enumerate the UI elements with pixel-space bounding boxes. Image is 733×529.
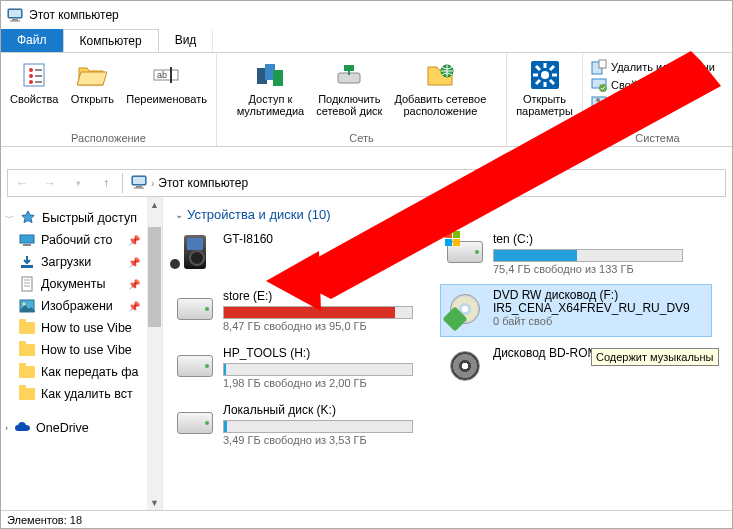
drive-item[interactable]: store (E:) 8,47 ГБ свободно из 95,0 ГБ (171, 285, 441, 336)
svg-rect-31 (134, 187, 144, 188)
folder-icon (19, 320, 35, 336)
svg-rect-35 (22, 277, 32, 291)
sidebar-item-documents[interactable]: Документы📌 (1, 273, 162, 295)
tooltip: Содержит музыкальны (591, 348, 719, 366)
svg-point-7 (29, 80, 33, 84)
sidebar-item-downloads[interactable]: Загрузки📌 (1, 251, 162, 273)
nav-recent-button[interactable]: ▾ (66, 171, 90, 195)
tab-computer[interactable]: Компьютер (63, 29, 159, 52)
desktop-icon (19, 232, 35, 248)
sidebar-item-folder[interactable]: How to use Vibe (1, 317, 162, 339)
address-bar[interactable]: ← → ▾ ↑ › Этот компьютер (7, 169, 726, 197)
svg-rect-23 (599, 60, 606, 68)
svg-rect-18 (344, 65, 354, 71)
sidebar-item-folder[interactable]: Как удалить вст (1, 383, 162, 405)
pictures-icon (19, 298, 35, 314)
open-settings-button[interactable]: Открыть параметры (510, 55, 579, 119)
dvd-drive-icon (445, 289, 485, 329)
drive-icon (175, 403, 215, 443)
settings-icon (529, 59, 561, 91)
svg-rect-16 (273, 70, 283, 86)
group-location-label: Расположение (71, 132, 146, 146)
tab-view[interactable]: Вид (159, 29, 214, 52)
svg-point-25 (599, 84, 607, 92)
ribbon: Свойства Открыть ab Переименовать Распол… (1, 53, 732, 147)
properties-icon (18, 59, 50, 91)
drive-icon (445, 232, 485, 272)
nav-forward-button[interactable]: → (38, 171, 62, 195)
onedrive-icon (14, 420, 30, 436)
drive-item[interactable]: GT-I8160 (171, 228, 441, 279)
sidebar-quick-access[interactable]: ﹀ Быстрый доступ (1, 207, 162, 229)
svg-rect-34 (21, 265, 33, 268)
status-bar: Элементов: 18 (1, 510, 732, 528)
usage-bar (493, 249, 683, 262)
map-drive-icon (333, 59, 365, 91)
manage-icon (591, 95, 607, 111)
properties-button[interactable]: Свойства (4, 55, 64, 107)
media-access-button[interactable]: Доступ к мультимедиа (231, 55, 311, 119)
svg-rect-29 (133, 177, 145, 184)
sidebar-item-folder[interactable]: How to use Vibe (1, 339, 162, 361)
this-pc-icon (7, 7, 23, 23)
netloc-icon (424, 59, 456, 91)
folder-icon (19, 342, 35, 358)
manage-button[interactable]: Управление (591, 95, 715, 111)
sysprops-button[interactable]: Свойства системы (591, 77, 715, 93)
scroll-down-icon[interactable]: ▼ (147, 495, 162, 510)
documents-icon (19, 276, 35, 292)
group-system-label: Система (635, 132, 679, 146)
drive-item[interactable]: Локальный диск (K:) 3,49 ГБ свободно из … (171, 399, 441, 450)
pin-icon: 📌 (128, 235, 140, 246)
nav-back-button[interactable]: ← (10, 171, 34, 195)
bd-drive-icon (445, 346, 485, 386)
uninstall-button[interactable]: Удалить или измени (591, 59, 715, 75)
svg-rect-1 (9, 10, 21, 17)
ribbon-tabs: Файл Компьютер Вид (1, 29, 732, 53)
svg-point-27 (596, 98, 600, 102)
downloads-icon (19, 254, 35, 270)
rename-button[interactable]: ab Переименовать (120, 55, 213, 107)
sidebar: ﹀ Быстрый доступ Рабочий сто📌 Загрузки📌 … (1, 197, 163, 510)
item-count: Элементов: 18 (7, 514, 82, 526)
nav-up-button[interactable]: ↑ (94, 171, 118, 195)
sidebar-item-folder[interactable]: Как передать фа (1, 361, 162, 383)
svg-rect-2 (12, 19, 18, 21)
drive-icon (175, 346, 215, 386)
window-title: Этот компьютер (29, 8, 119, 22)
devices-section-header[interactable]: ⌄ Устройства и диски (10) (171, 205, 728, 228)
add-netloc-button[interactable]: Добавить сетевое расположение (388, 55, 492, 119)
svg-point-5 (29, 68, 33, 72)
breadcrumb[interactable]: › Этот компьютер (125, 174, 248, 193)
svg-rect-8 (35, 69, 42, 71)
sysprops-icon (591, 77, 607, 93)
usage-bar (223, 306, 413, 319)
map-drive-button[interactable]: Подключить сетевой диск (310, 55, 388, 119)
drive-item[interactable]: HP_TOOLS (H:) 1,98 ГБ свободно из 2,00 Г… (171, 342, 441, 393)
drive-item[interactable]: DVD RW дисковод (F:) IR5_CENA_X64FREV_RU… (441, 285, 711, 336)
usage-bar (223, 363, 413, 376)
drive-item[interactable]: ten (C:) 75,4 ГБ свободно из 133 ГБ (441, 228, 711, 279)
svg-rect-10 (35, 81, 42, 83)
drive-icon (175, 289, 215, 329)
scroll-up-icon[interactable]: ▲ (147, 197, 162, 212)
open-button[interactable]: Открыть (64, 55, 120, 107)
svg-rect-32 (20, 235, 34, 243)
media-icon (254, 59, 286, 91)
this-pc-icon (131, 174, 147, 193)
sidebar-item-pictures[interactable]: Изображени📌 (1, 295, 162, 317)
folder-icon (19, 364, 35, 380)
open-icon (76, 59, 108, 91)
tab-file[interactable]: Файл (1, 29, 63, 52)
svg-point-21 (541, 71, 549, 79)
svg-rect-30 (136, 186, 142, 188)
sidebar-scrollbar[interactable]: ▲ ▼ (147, 197, 162, 510)
svg-rect-13 (170, 67, 172, 83)
scroll-thumb[interactable] (148, 227, 161, 327)
content-pane: ⌄ Устройства и диски (10) GT-I8160 ten (… (163, 197, 732, 510)
star-icon (20, 210, 36, 226)
sidebar-onedrive[interactable]: › OneDrive (1, 417, 162, 439)
usage-bar (223, 420, 413, 433)
pin-icon: 📌 (128, 301, 140, 312)
sidebar-item-desktop[interactable]: Рабочий сто📌 (1, 229, 162, 251)
